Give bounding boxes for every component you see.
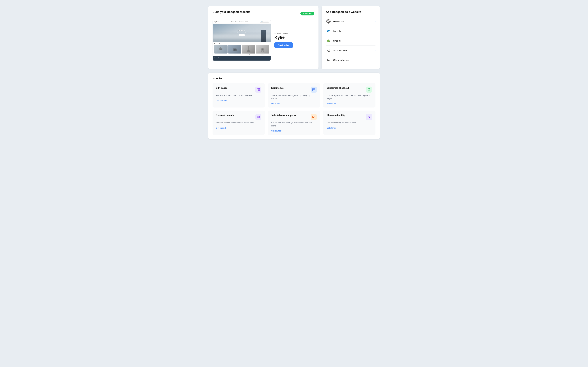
integration-weebly[interactable]: W Weebly › — [326, 26, 375, 36]
svg-rect-6 — [248, 46, 249, 50]
checkout-chevron: › — [337, 102, 337, 105]
squarespace-chevron: › — [375, 49, 375, 52]
preview-nav: My Store Catalog About us How it works C… — [213, 20, 271, 24]
integration-wordpress-left: Wordpress — [326, 19, 344, 24]
rental-header: Selectable rental period — [271, 114, 317, 120]
domain-link[interactable]: Get started › — [216, 127, 227, 129]
customize-button[interactable]: Customize — [274, 42, 293, 48]
preview-collections: Shop by collection Fi — [213, 42, 271, 56]
build-card-header: Build your Booqable website Published — [213, 10, 314, 17]
integration-shopify[interactable]: Shopify › — [326, 36, 375, 46]
how-to-title: How to — [213, 77, 375, 80]
availability-header: Show availability — [327, 114, 372, 120]
shopify-chevron: › — [375, 39, 375, 42]
preview-hero-subtitle: Tell something about your store, to intr… — [230, 32, 253, 33]
weebly-icon: W — [326, 28, 331, 34]
edit-menus-header: Edit menus — [271, 87, 317, 93]
svg-point-5 — [234, 49, 235, 50]
published-badge: Published — [300, 12, 314, 16]
wordpress-icon — [326, 19, 331, 24]
domain-icon — [255, 114, 261, 120]
domain-header: Connect domain — [216, 114, 261, 120]
availability-icon — [366, 114, 372, 120]
nav-link-4: Contact — [245, 21, 248, 22]
preview-banner-sub: Add some text to tell visitors more abou… — [214, 58, 269, 59]
website-preview: My Store Catalog About us How it works C… — [213, 20, 271, 61]
how-to-domain: Connect domain Set up a domain name for … — [213, 110, 265, 135]
integration-other-websites[interactable]: Other websites › — [326, 55, 375, 65]
collection-label-1: Film — [214, 53, 227, 55]
edit-pages-desc: Add and edit the content on your website… — [216, 94, 261, 97]
svg-text:W: W — [327, 29, 330, 33]
add-booqable-card: Add Booqable to a website Wordpress › — [321, 6, 380, 69]
domain-title: Connect domain — [216, 114, 234, 117]
svg-point-11 — [262, 49, 263, 50]
preview-hero: Hire from us Tell something about your s… — [213, 24, 271, 42]
rental-title: Selectable rental period — [271, 114, 297, 117]
squarespace-label: Squarespace — [333, 49, 347, 52]
nav-link-3: How it works — [240, 21, 244, 22]
integration-squarespace[interactable]: Squarespace › — [326, 46, 375, 55]
edit-pages-title: Edit pages — [216, 87, 227, 89]
checkout-desc: Edit the style of your cart, checkout an… — [327, 94, 372, 100]
wordpress-chevron: › — [375, 20, 375, 23]
integration-weebly-left: W Weebly — [326, 28, 341, 34]
checkout-header: Customize checkout — [327, 87, 372, 93]
integration-squarespace-left: Squarespace — [326, 48, 347, 53]
svg-rect-16 — [257, 88, 258, 91]
collection-img-3 — [242, 45, 255, 53]
how-to-grid: Edit pages Add and edit the content on y… — [213, 83, 375, 135]
svg-rect-34 — [313, 117, 314, 118]
preview-hero-title: Hire from us — [230, 30, 253, 31]
collection-label-4: Pre-owned — [256, 53, 269, 55]
svg-point-24 — [369, 90, 369, 90]
collection-label-3: Lighting — [242, 53, 255, 55]
svg-rect-18 — [259, 90, 259, 91]
edit-menus-chevron: › — [281, 102, 282, 105]
svg-rect-35 — [368, 116, 370, 118]
theme-name: Kylie — [274, 35, 293, 40]
collection-img-1 — [214, 45, 227, 53]
preview-banner-title: Image with text — [214, 57, 269, 58]
weebly-label: Weebly — [333, 30, 341, 33]
svg-rect-17 — [259, 88, 259, 90]
other-websites-label: Other websites — [333, 59, 348, 61]
svg-rect-13 — [263, 51, 264, 52]
edit-menus-title: Edit menus — [271, 87, 284, 89]
edit-pages-chevron: › — [226, 100, 227, 102]
edit-menus-desc: Shape your website navigation by setting… — [271, 94, 317, 100]
shopify-icon — [326, 38, 331, 43]
integration-other-left: Other websites — [326, 57, 348, 63]
availability-link[interactable]: Get started › — [327, 127, 337, 129]
checkout-title: Customize checkout — [327, 87, 349, 89]
integration-wordpress[interactable]: Wordpress › — [326, 17, 375, 26]
checkout-link[interactable]: Get started › — [327, 102, 337, 105]
how-to-card: How to Edit pages Add and edit the conte… — [208, 73, 380, 139]
svg-rect-23 — [368, 89, 370, 91]
wordpress-label: Wordpress — [333, 20, 344, 23]
other-websites-icon — [326, 57, 331, 63]
svg-rect-30 — [312, 116, 315, 118]
preview-brand: My Store — [215, 21, 219, 22]
build-card-inner: My Store Catalog About us How it works C… — [213, 20, 314, 61]
checkout-icon — [366, 87, 372, 93]
preview-nav-links: Catalog About us How it works Contact — [231, 21, 248, 22]
edit-menus-icon — [311, 87, 317, 93]
edit-pages-icon — [255, 87, 261, 93]
rental-desc: Set up how and when your customers can r… — [271, 121, 317, 127]
active-theme-label: ACTIVE THEME — [274, 33, 293, 34]
edit-menus-link[interactable]: Get started › — [271, 102, 282, 105]
rental-chevron: › — [281, 130, 282, 132]
edit-pages-link[interactable]: Get started › — [216, 100, 227, 102]
rental-link[interactable]: Get started › — [271, 130, 282, 132]
svg-point-8 — [248, 50, 249, 51]
collection-img-4 — [256, 45, 269, 53]
availability-desc: Show availability on your website. — [327, 121, 372, 124]
collection-item-3: Lighting — [242, 45, 255, 55]
main-container: Build your Booqable website Published My… — [208, 6, 380, 139]
preview-hero-text: Hire from us Tell something about your s… — [230, 30, 253, 36]
rental-icon — [311, 114, 317, 120]
theme-info: ACTIVE THEME Kylie Customize — [274, 20, 293, 61]
preview-banner: Image with text Add some text to tell vi… — [213, 56, 271, 60]
top-row: Build your Booqable website Published My… — [208, 6, 380, 69]
